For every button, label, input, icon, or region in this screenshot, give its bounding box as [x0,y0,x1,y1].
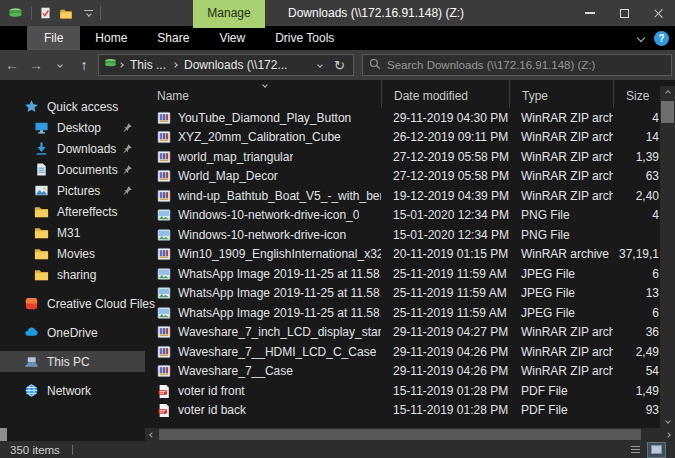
column-header-date-modified[interactable]: Date modified [381,80,509,108]
pin-icon [122,143,133,154]
pin-icon [122,185,133,196]
file-row[interactable]: YouTube_Diamond_Play_Button 29-11-2019 0… [145,108,675,128]
file-row[interactable]: XYZ_20mm_Calibration_Cube 26-12-2019 09:… [145,128,675,148]
file-row[interactable]: Waveshare_7__HDMI_LCD_C_Case 29-11-2019 … [145,342,675,362]
horizontal-scrollbar[interactable] [145,428,675,441]
details-view-icon [631,444,640,455]
properties-check-icon[interactable] [39,6,52,20]
search-box[interactable] [362,54,672,76]
maximize-button[interactable] [607,0,641,26]
close-button[interactable] [641,0,675,26]
scroll-up-icon[interactable] [660,86,675,100]
file-size: 1,49 [613,384,660,398]
sidebar-item-creative-cloud-files[interactable]: Creative Cloud Files [0,293,145,314]
file-date: 15-11-2019 01:28 PM [381,403,509,417]
file-size: 6 [613,267,660,281]
file-row[interactable]: WhatsApp Image 2019-11-25 at 11.58.14...… [145,284,675,304]
sidebar-item-sharing[interactable]: sharing [0,264,145,285]
file-size: 6 [613,306,660,320]
recent-locations-chevron-icon[interactable] [48,52,72,78]
items-count: 350 items [10,444,60,456]
horizontal-scrollbar-thumb[interactable] [159,429,641,440]
file-type: WinRAR ZIP archive [509,345,613,359]
sidebar-item-aftereffects[interactable]: Aftereffects [0,201,145,222]
sidebar-item-downloads[interactable]: Downloads [0,138,145,159]
manage-tab-accent [193,26,265,28]
sidebar-item-m31[interactable]: M31 [0,222,145,243]
tab-share[interactable]: Share [142,26,204,50]
large-icons-view-icon [651,445,662,454]
sidebar-item-movies[interactable]: Movies [0,243,145,264]
back-button[interactable]: ← [0,52,24,78]
creative-cloud-icon [24,296,39,311]
this-pc-icon [24,354,39,369]
file-row[interactable]: voter id back 15-11-2019 01:28 PM PDF Fi… [145,401,675,421]
window-title: Downloads (\\172.16.91.148) (Z:) [288,0,464,26]
file-date: 19-12-2019 04:39 PM [381,189,509,203]
search-input[interactable] [387,59,665,71]
scroll-right-icon[interactable] [661,428,675,441]
breadcrumb-downloads[interactable]: Downloads (\\172... [178,58,293,72]
vertical-scrollbar-thumb[interactable] [661,101,674,123]
file-row[interactable]: Win10_1909_EnglishInternational_x32 20-1… [145,245,675,265]
vertical-scrollbar[interactable] [660,86,675,428]
separator [31,6,32,20]
tab-home[interactable]: Home [80,26,142,50]
folder-icon [34,225,49,240]
help-icon[interactable]: ? [654,31,669,46]
sidebar-item-network[interactable]: Network [0,380,145,401]
documents-icon [34,162,49,177]
address-dropdown-chevron-icon[interactable] [317,62,323,68]
file-row[interactable]: world_map_triangular 27-12-2019 05:58 PM… [145,147,675,167]
file-row[interactable]: wind-up_Bathtub_Boat_V5_-_with_bench... … [145,186,675,206]
sidebar-item-desktop[interactable]: Desktop [0,117,145,138]
up-button[interactable]: ↑ [72,52,96,78]
sidebar-item-this-pc[interactable]: This PC [0,351,145,372]
minimize-icon [585,12,595,14]
refresh-icon[interactable]: ↻ [334,58,345,73]
file-row[interactable]: Windows-10-network-drive-icon 15-01-2020… [145,225,675,245]
new-folder-icon[interactable] [59,7,73,20]
address-bar[interactable]: This ... Downloads (\\172... ↻ [98,54,354,76]
zip-file-icon [157,189,171,203]
jpeg-file-icon [157,306,171,320]
minimize-button[interactable] [573,0,607,26]
pictures-icon [34,183,49,198]
column-header-size[interactable]: Size [613,80,660,108]
breadcrumb-this-pc[interactable]: This ... [124,58,172,72]
expand-ribbon-chevron-icon[interactable] [637,34,645,42]
tab-file[interactable]: File [27,26,80,50]
sidebar-item-onedrive[interactable]: OneDrive [0,322,145,343]
column-header-type[interactable]: Type [509,80,613,108]
scroll-left-icon[interactable] [145,428,159,441]
file-type: JPEG File [509,267,613,281]
manage-contextual-tab[interactable]: Manage [193,0,265,26]
file-row[interactable]: WhatsApp Image 2019-11-25 at 11.58.24...… [145,264,675,284]
sidebar-item-documents[interactable]: Documents [0,159,145,180]
file-row[interactable]: Waveshare_7__Case 29-11-2019 04:26 PM Wi… [145,362,675,382]
file-name: voter id back [178,403,246,417]
quick-access-star-icon [24,99,39,114]
file-row[interactable]: Waveshare_7_inch_LCD_display_stand__s...… [145,323,675,343]
sidebar-scrollbar-fragment[interactable] [0,428,7,441]
forward-button[interactable]: → [24,52,48,78]
file-row[interactable]: Windows-10-network-drive-icon_0 15-01-20… [145,206,675,226]
file-size: 4 [613,111,660,125]
large-icons-view-button[interactable] [648,443,665,457]
file-row[interactable]: WhatsApp Image 2019-11-25 at 11.58.03...… [145,303,675,323]
column-header-name[interactable]: Name [145,80,381,108]
customize-qat-dropdown-icon[interactable] [84,10,93,17]
file-row[interactable]: World_Map_Decor 27-12-2019 05:58 PM WinR… [145,167,675,187]
file-size: 63 [613,169,660,183]
details-view-button[interactable] [627,443,644,457]
file-name: wind-up_Bathtub_Boat_V5_-_with_bench... [178,189,381,203]
file-date: 29-11-2019 04:27 PM [381,325,509,339]
file-type: WinRAR ZIP archive [509,111,613,125]
scroll-down-icon[interactable] [660,414,675,428]
sidebar-item-pictures[interactable]: Pictures [0,180,145,201]
tab-view[interactable]: View [204,26,260,50]
file-row[interactable]: voter id front 15-11-2019 01:28 PM PDF F… [145,381,675,401]
address-bar-row: ← → ↑ This ... Downloads (\\172... ↻ [0,50,675,80]
tab-drive-tools[interactable]: Drive Tools [260,26,349,50]
sidebar-item-quick-access[interactable]: Quick access [0,96,145,117]
